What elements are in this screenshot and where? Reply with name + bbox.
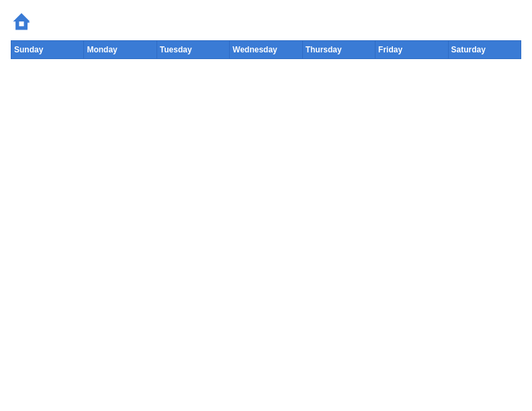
calendar-table: SundayMondayTuesdayWednesdayThursdayFrid…: [11, 40, 521, 59]
page-header: [11, 11, 521, 32]
logo: [11, 11, 35, 32]
calendar-header-wednesday: Wednesday: [230, 41, 302, 59]
calendar-header-sunday: Sunday: [11, 41, 84, 59]
calendar-header-friday: Friday: [375, 41, 448, 59]
calendar-header-thursday: Thursday: [302, 41, 375, 59]
calendar-header-tuesday: Tuesday: [157, 41, 229, 59]
logo-icon: [11, 11, 32, 32]
calendar-header-saturday: Saturday: [448, 41, 521, 59]
calendar-header-monday: Monday: [84, 41, 157, 59]
calendar-header-row: SundayMondayTuesdayWednesdayThursdayFrid…: [11, 41, 521, 59]
